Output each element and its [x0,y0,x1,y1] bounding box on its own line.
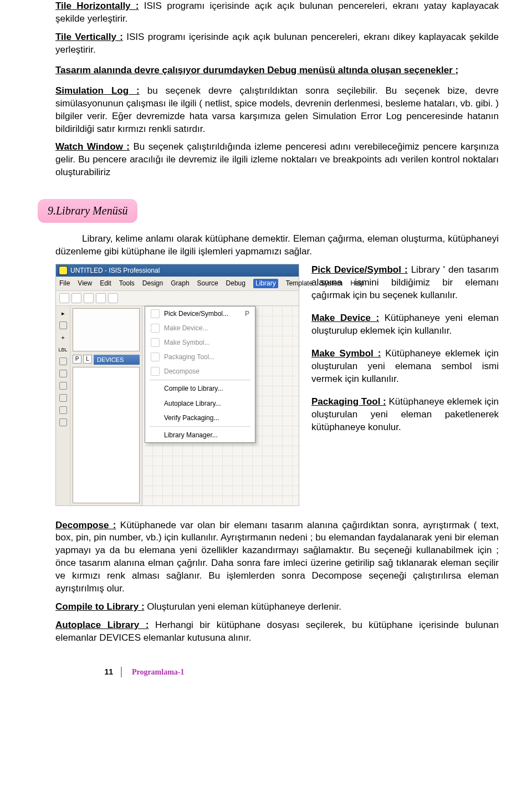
term-watch-window: Watch Window : [55,141,130,152]
toolbar-button[interactable] [71,293,81,303]
term-compile-to-library: Compile to Library : [55,601,145,612]
paragraph-autoplace-library: Autoplace Library : Herhangi bir kütüpha… [55,619,499,645]
pick-button[interactable]: P [73,355,81,364]
design-canvas[interactable]: Pick Device/Symbol... P Make Device... M… [142,306,299,505]
tool-icon[interactable] [59,370,67,377]
menuitem-decompose[interactable]: Decompose [145,364,255,379]
tool-icon[interactable] [59,357,67,365]
menu-source[interactable]: Source [197,279,218,288]
lbl-icon[interactable]: LBL [58,346,67,353]
term-decompose: Decompose : [55,520,116,530]
component-icon[interactable] [59,321,67,329]
menu-library[interactable]: Library [253,279,278,288]
paragraph-decompose: Decompose : Kütüphanede var olan bir ele… [55,519,499,596]
window-title: UNTITLED - ISIS Professional [70,266,160,275]
menuitem-library-manager[interactable]: Library Manager... [145,428,255,442]
menuitem-make-symbol[interactable]: Make Symbol... [145,335,255,350]
isis-screenshot: UNTITLED - ISIS Professional File View E… [55,264,299,505]
toolbar-button[interactable] [96,293,106,303]
menu-bar[interactable]: File View Edit Tools Design Graph Source… [56,277,299,290]
cursor-icon[interactable]: ▸ [62,309,65,318]
menuitem-compile-to-library[interactable]: Compile to Library... [145,381,255,396]
term-make-device: Make Device : [311,313,379,323]
decompose-icon [151,367,160,376]
menu-separator [150,426,250,427]
make-symbol-icon [151,338,160,347]
menuitem-label: Decompose [164,367,200,376]
paragraph-watch-window: Watch Window : Bu seçenek çalıştırıldığı… [55,141,499,179]
menu-debug[interactable]: Debug [226,279,245,288]
footer-text: Programlama-1 [132,668,185,676]
devices-list[interactable] [73,367,140,503]
debug-intro-text: Tasarım alanında devre çalışıyor durumda… [55,65,458,75]
library-button[interactable]: L [83,355,92,364]
page-footer: 11 Programlama-1 [55,667,499,678]
term-make-symbol: Make Symbol : [311,348,381,359]
paragraph-tile-vertically: Tile Vertically : ISIS programı içerisin… [55,31,499,57]
desc-decompose: Kütüphanede var olan bir elemanı tasarım… [55,520,499,594]
isis-logo-icon [59,267,67,274]
menuitem-label: Make Symbol... [164,338,210,347]
term-autoplace-library: Autoplace Library : [55,620,149,630]
menuitem-pick-device[interactable]: Pick Device/Symbol... P [145,307,255,321]
toolbar [56,291,299,306]
tool-icon[interactable] [59,406,67,414]
tool-icon[interactable] [59,382,67,390]
term-packaging-tool: Packaging Tool : [311,396,386,407]
menu-graph[interactable]: Graph [171,279,189,288]
devices-header: DEVICES [94,355,140,365]
term-simulation-log: Simulation Log : [55,85,140,96]
term-pick-device: Pick Device/Symbol : [311,264,408,275]
section-header-library: 9.Library Menüsü [38,199,137,223]
menuitem-verify-packaging[interactable]: Verify Packaging... [145,411,255,425]
paragraph-compile-to-library: Compile to Library : Oluşturulan yeni el… [55,601,499,614]
menuitem-label: Compile to Library... [164,384,223,393]
term-tile-horizontally: Tile Horizontally : [55,1,139,11]
term-tile-vertically: Tile Vertically : [55,32,123,42]
menu-design[interactable]: Design [142,279,163,288]
desc-compile-to-library: Oluşturulan yeni eleman kütüphaneye derl… [145,601,341,612]
menuitem-packaging-tool[interactable]: Packaging Tool... [145,350,255,364]
menuitem-label: Packaging Tool... [164,353,214,361]
packaging-tool-icon [151,353,160,361]
paragraph-tile-horizontally: Tile Horizontally : ISIS programı içeris… [55,0,499,25]
menu-edit[interactable]: Edit [100,279,111,288]
tool-icon[interactable] [59,394,67,402]
menuitem-label: Make Device... [164,324,208,333]
make-device-icon [151,324,160,333]
tool-icon[interactable] [59,418,67,426]
window-titlebar: UNTITLED - ISIS Professional [56,264,299,277]
object-selector: P L DEVICES [70,306,142,505]
paragraph-library-intro: Library, kelime anlamı olarak kütüphane … [55,233,499,258]
menu-file[interactable]: File [59,279,70,288]
toolbar-button[interactable] [108,293,118,303]
menuitem-make-device[interactable]: Make Device... [145,321,255,335]
toolbar-button[interactable] [84,293,94,303]
menuitem-label: Library Manager... [164,431,218,440]
pick-device-icon [151,309,160,318]
menu-template[interactable]: Template [286,279,313,288]
paragraph-simulation-log: Simulation Log : bu seçenek devre çalışt… [55,85,499,136]
menuitem-autoplace-library[interactable]: Autoplace Library... [145,396,255,411]
library-dropdown: Pick Device/Symbol... P Make Device... M… [145,306,255,443]
menu-view[interactable]: View [78,279,92,288]
shortcut-key: P [245,309,249,318]
menu-tools[interactable]: Tools [119,279,135,288]
page-number: 11 [100,667,122,677]
menuitem-label: Verify Packaging... [164,413,219,422]
menuitem-label: Pick Device/Symbol... [164,309,228,318]
plus-icon[interactable]: + [61,334,64,342]
menuitem-label: Autoplace Library... [164,399,221,408]
toolbar-button[interactable] [59,293,69,303]
preview-pane [73,308,140,351]
tool-palette: ▸ + LBL [56,306,70,505]
menu-separator [150,380,250,380]
paragraph-debug-intro: Tasarım alanında devre çalışıyor durumda… [55,64,499,77]
